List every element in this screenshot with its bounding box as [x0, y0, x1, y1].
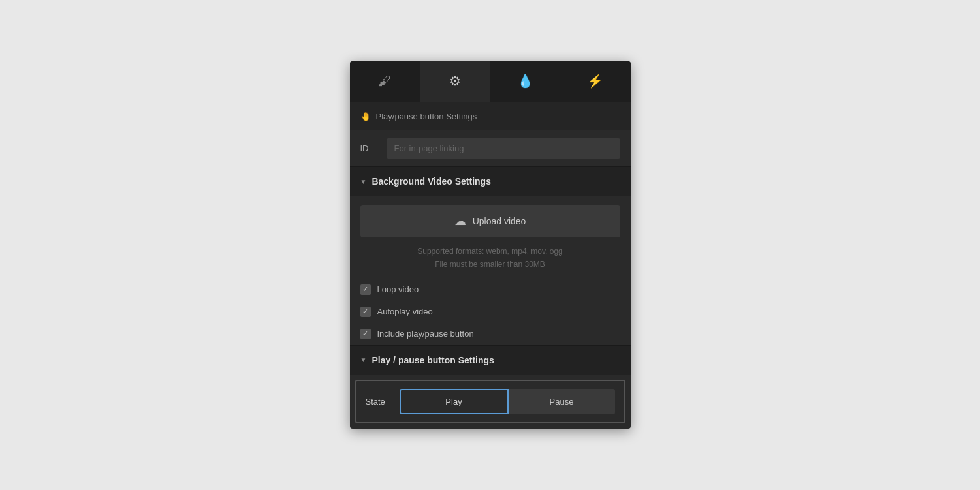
top-section-label: Play/pause button Settings	[376, 112, 477, 121]
autoplay-video-checkbox[interactable]: ✓	[360, 307, 371, 317]
state-button-group: Play Pause	[400, 389, 615, 414]
tab-brush[interactable]: 🖌	[350, 61, 420, 102]
settings-panel: 🖌 ⚙ 💧 ⚡ 🤚 Play/pause button Settings ID …	[350, 61, 631, 428]
checkbox-autoplay-video[interactable]: ✓ Autoplay video	[350, 301, 631, 323]
drops-icon: 💧	[517, 73, 533, 89]
formats-text: Supported formats: webm, mp4, mov, ogg F…	[350, 243, 631, 278]
hand-icon: 🤚	[360, 112, 371, 121]
play-pause-section-header[interactable]: ▼ Play / pause button Settings	[350, 346, 631, 375]
checkmark-icon: ✓	[362, 307, 368, 316]
include-play-pause-checkbox[interactable]: ✓	[360, 329, 371, 339]
state-label: State	[366, 397, 392, 406]
tab-settings[interactable]: ⚙	[420, 61, 490, 102]
collapse-arrow-2-icon: ▼	[360, 356, 367, 363]
background-video-title: Background Video Settings	[371, 176, 491, 187]
loop-video-checkbox[interactable]: ✓	[360, 284, 371, 295]
play-state-button[interactable]: Play	[400, 389, 509, 414]
formats-line1: Supported formats: webm, mp4, mov, ogg	[360, 245, 620, 258]
checkmark-icon: ✓	[362, 329, 368, 338]
tab-lightning[interactable]: ⚡	[560, 61, 631, 102]
pause-state-button[interactable]: Pause	[509, 389, 615, 414]
tab-bar: 🖌 ⚙ 💧 ⚡	[350, 61, 631, 102]
state-row: State Play Pause	[355, 380, 625, 423]
id-row: ID	[350, 130, 631, 166]
checkmark-icon: ✓	[362, 285, 368, 294]
formats-line2: File must be smaller than 30MB	[360, 258, 620, 271]
collapse-arrow-icon: ▼	[360, 178, 367, 185]
brush-icon: 🖌	[378, 74, 391, 89]
gear-icon: ⚙	[449, 73, 461, 89]
tab-drops[interactable]: 💧	[490, 61, 561, 102]
background-video-section-header[interactable]: ▼ Background Video Settings	[350, 167, 631, 196]
play-pause-title: Play / pause button Settings	[371, 355, 494, 365]
autoplay-video-label: Autoplay video	[377, 307, 433, 316]
upload-video-button[interactable]: ☁ Upload video	[360, 205, 620, 237]
loop-video-label: Loop video	[377, 284, 419, 294]
top-section-header: 🤚 Play/pause button Settings	[350, 102, 631, 130]
id-label: ID	[360, 144, 376, 153]
checkbox-loop-video[interactable]: ✓ Loop video	[350, 279, 631, 301]
id-input[interactable]	[387, 138, 620, 159]
lightning-icon: ⚡	[587, 73, 603, 89]
upload-button-label: Upload video	[473, 216, 526, 226]
upload-icon: ☁	[454, 214, 466, 228]
include-play-pause-label: Include play/pause button	[377, 329, 474, 339]
checkbox-include-play-pause[interactable]: ✓ Include play/pause button	[350, 323, 631, 345]
